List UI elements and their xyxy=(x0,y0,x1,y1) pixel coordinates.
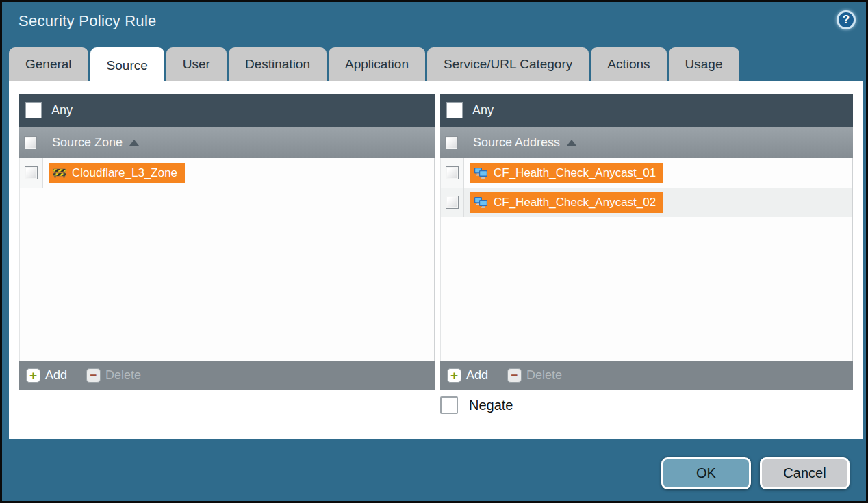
address-entry[interactable]: CF_Health_Check_Anycast_01 xyxy=(470,163,663,183)
select-all-cell xyxy=(19,127,42,158)
source-address-any-checkbox[interactable] xyxy=(446,102,463,118)
add-label: Add xyxy=(466,368,488,383)
source-zone-any-checkbox[interactable] xyxy=(25,102,42,118)
minus-icon: − xyxy=(86,368,101,383)
source-zone-column-header[interactable]: Source Zone xyxy=(19,127,435,158)
tab-destination[interactable]: Destination xyxy=(229,47,327,81)
source-address-select-all-checkbox[interactable] xyxy=(445,136,458,149)
address-entry[interactable]: CF_Health_Check_Anycast_02 xyxy=(470,192,663,213)
security-policy-rule-dialog: Security Policy Rule ? General Source Us… xyxy=(0,0,868,503)
source-address-any-label: Any xyxy=(472,103,494,118)
tab-general[interactable]: General xyxy=(9,47,88,81)
negate-label: Negate xyxy=(469,398,513,413)
source-zone-select-all-checkbox[interactable] xyxy=(24,136,37,149)
tab-usage[interactable]: Usage xyxy=(669,47,739,81)
zone-entry[interactable]: Cloudflare_L3_Zone xyxy=(49,163,185,183)
address-icon xyxy=(474,196,488,208)
delete-button[interactable]: − Delete xyxy=(507,368,562,383)
delete-button[interactable]: − Delete xyxy=(86,368,141,383)
tab-application[interactable]: Application xyxy=(329,47,425,81)
table-row: CF_Health_Check_Anycast_01 xyxy=(441,158,852,188)
negate-checkbox[interactable] xyxy=(440,396,458,414)
zone-name: Cloudflare_L3_Zone xyxy=(72,166,177,180)
sort-asc-icon xyxy=(129,140,139,146)
sort-asc-icon xyxy=(567,140,576,146)
help-icon[interactable]: ? xyxy=(837,10,856,29)
tab-bar: General Source User Destination Applicat… xyxy=(9,47,739,83)
source-zone-footer: + Add − Delete xyxy=(19,361,435,390)
source-address-column-header[interactable]: Source Address xyxy=(440,127,853,158)
delete-label: Delete xyxy=(526,368,562,383)
add-button[interactable]: + Add xyxy=(26,368,67,383)
row-checkbox[interactable] xyxy=(25,166,38,179)
zone-icon xyxy=(53,168,66,178)
negate-row: Negate xyxy=(440,396,513,414)
select-all-cell xyxy=(440,127,463,158)
tab-actions[interactable]: Actions xyxy=(591,47,666,81)
row-checkbox-cell xyxy=(441,188,464,217)
address-icon xyxy=(474,167,488,179)
row-checkbox[interactable] xyxy=(446,196,459,209)
tab-service-url-category[interactable]: Service/URL Category xyxy=(427,47,589,81)
address-name: CF_Health_Check_Anycast_01 xyxy=(494,166,656,180)
table-row: Cloudflare_L3_Zone xyxy=(20,158,434,188)
delete-label: Delete xyxy=(105,368,141,383)
ok-button[interactable]: OK xyxy=(661,457,751,489)
tab-source[interactable]: Source xyxy=(90,47,164,83)
source-address-any-row: Any xyxy=(440,94,853,127)
row-checkbox-cell xyxy=(20,158,43,188)
minus-icon: − xyxy=(507,368,522,383)
table-row: CF_Health_Check_Anycast_02 xyxy=(441,188,852,217)
source-address-footer: + Add − Delete xyxy=(440,361,853,390)
source-zone-rows: Cloudflare_L3_Zone xyxy=(19,158,435,361)
source-address-panel: Any Source Address xyxy=(440,94,853,390)
source-zone-column-label: Source Zone xyxy=(52,136,123,150)
dialog-body: Any Source Zone xyxy=(9,81,863,439)
add-button[interactable]: + Add xyxy=(447,368,488,383)
address-name: CF_Health_Check_Anycast_02 xyxy=(494,196,656,209)
source-address-rows: CF_Health_Check_Anycast_01 xyxy=(440,158,853,361)
add-label: Add xyxy=(45,368,67,383)
source-zone-any-row: Any xyxy=(19,94,435,127)
cancel-button[interactable]: Cancel xyxy=(760,457,850,489)
source-address-column-label: Source Address xyxy=(473,136,560,150)
row-checkbox-cell xyxy=(441,158,464,188)
tab-user[interactable]: User xyxy=(166,47,227,81)
plus-icon: + xyxy=(447,368,461,383)
row-checkbox[interactable] xyxy=(446,166,459,179)
source-zone-panel: Any Source Zone xyxy=(19,94,435,390)
source-zone-any-label: Any xyxy=(51,103,73,118)
plus-icon: + xyxy=(26,368,40,383)
dialog-title: Security Policy Rule xyxy=(18,12,157,30)
